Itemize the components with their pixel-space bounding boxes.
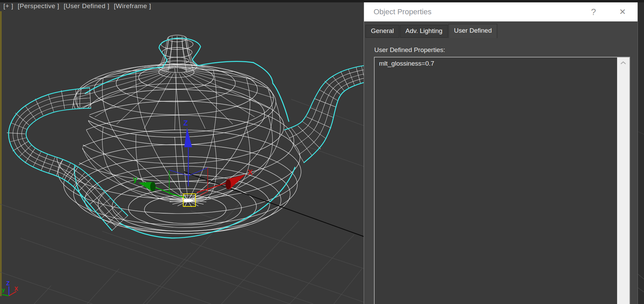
- viewport-menu-pov[interactable]: [Perspective ]: [18, 2, 59, 10]
- viewport-menu-general[interactable]: [+ ]: [3, 2, 13, 10]
- viewport-menu-user-defined[interactable]: [User Defined ]: [64, 2, 109, 10]
- grid-line: [638, 274, 644, 279]
- scrollbar-up-icon[interactable]: [620, 61, 627, 65]
- tab-general[interactable]: General: [365, 25, 399, 38]
- tripod-y-axis: [2, 294, 9, 296]
- dialog-tabbar: General Adv. Lighting User Defined: [365, 24, 638, 38]
- tripod-z-label: Z: [6, 280, 10, 287]
- close-icon[interactable]: ✕: [619, 7, 626, 17]
- tab-user-defined[interactable]: User Defined: [449, 24, 497, 38]
- viewport-label-menus: [+ ] [Perspective ] [User Defined ] [Wir…: [3, 2, 151, 10]
- dialog-titlebar[interactable]: Object Properties ? ✕: [364, 2, 638, 21]
- gizmo-y-label: y: [133, 175, 138, 183]
- properties-scrollbar[interactable]: [617, 57, 629, 304]
- gizmo-z-label: Z: [183, 119, 188, 127]
- grid-line: [638, 132, 644, 134]
- world-axis-tripod: Z y X: [1, 280, 39, 303]
- gizmo-x-label: X: [248, 168, 253, 176]
- user-defined-properties-label: User Defined Properties:: [374, 46, 638, 54]
- viewport-right-edge: [638, 2, 644, 304]
- tripod-x-label: X: [14, 286, 18, 292]
- tab-adv-lighting[interactable]: Adv. Lighting: [400, 25, 448, 38]
- tripod-y-label: y: [2, 287, 5, 293]
- dialog-title: Object Properties: [374, 7, 431, 16]
- help-icon[interactable]: ?: [591, 7, 596, 17]
- user-defined-properties-box[interactable]: mlt_glossiness=0.7: [374, 57, 630, 304]
- grid-line: [638, 288, 644, 292]
- user-defined-properties-text[interactable]: mlt_glossiness=0.7: [375, 57, 629, 67]
- viewport-menu-shading[interactable]: [Wireframe ]: [114, 2, 151, 10]
- object-properties-dialog: Object Properties ? ✕ General Adv. Light…: [364, 2, 638, 304]
